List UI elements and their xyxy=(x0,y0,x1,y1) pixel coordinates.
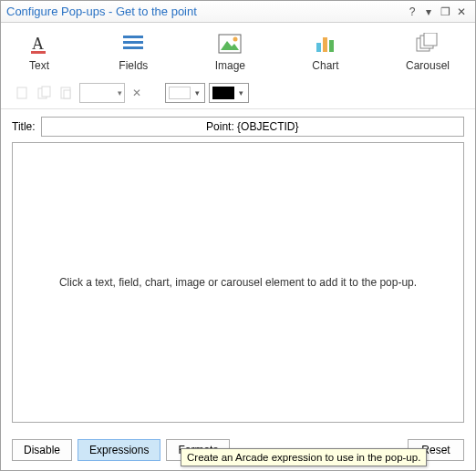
copy-icon xyxy=(36,84,54,102)
svg-rect-10 xyxy=(329,40,334,52)
chevron-down-icon: ▾ xyxy=(191,88,204,97)
svg-rect-13 xyxy=(424,33,437,46)
restore-button[interactable]: ❐ xyxy=(437,4,453,20)
svg-rect-18 xyxy=(64,90,70,98)
carousel-label: Carousel xyxy=(406,59,450,72)
titlebar: Configure Pop-ups - Get to the point ? ▾… xyxy=(1,1,475,23)
edit-toolbar: ▾ ✕ ▾ ▾ xyxy=(1,77,475,109)
text-icon: A xyxy=(26,32,52,56)
add-image-button[interactable]: Image xyxy=(215,32,245,72)
svg-rect-16 xyxy=(42,87,50,97)
svg-point-7 xyxy=(233,37,238,42)
svg-rect-9 xyxy=(323,37,327,52)
add-text-button[interactable]: A Text xyxy=(26,32,52,72)
svg-marker-6 xyxy=(221,41,239,50)
svg-text:A: A xyxy=(32,35,44,53)
image-icon xyxy=(217,32,243,56)
add-carousel-button[interactable]: Carousel xyxy=(406,32,450,72)
title-label: Title: xyxy=(12,120,36,133)
svg-rect-14 xyxy=(17,87,26,98)
expressions-tooltip: Create an Arcade expression to use in th… xyxy=(181,448,427,466)
canvas-placeholder: Click a text, field, chart, image or car… xyxy=(59,276,417,289)
svg-rect-3 xyxy=(123,41,143,44)
fields-label: Fields xyxy=(119,59,148,72)
svg-rect-1 xyxy=(31,51,46,54)
popup-canvas[interactable]: Click a text, field, chart, image or car… xyxy=(12,142,464,423)
configure-popups-window: Configure Pop-ups - Get to the point ? ▾… xyxy=(0,0,476,471)
chart-icon xyxy=(313,32,338,56)
stroke-color-picker[interactable]: ▾ xyxy=(209,83,249,103)
text-label: Text xyxy=(29,59,49,72)
fields-icon xyxy=(120,32,146,56)
disable-button[interactable]: Disable xyxy=(12,439,72,461)
close-button[interactable]: ✕ xyxy=(453,4,470,20)
add-fields-button[interactable]: Fields xyxy=(119,32,148,72)
title-row: Title: xyxy=(12,117,464,137)
chevron-down-icon: ▾ xyxy=(234,88,248,97)
chart-label: Chart xyxy=(312,59,338,72)
svg-rect-8 xyxy=(316,43,321,52)
image-label: Image xyxy=(215,59,245,72)
insert-icon xyxy=(14,84,32,102)
title-input[interactable] xyxy=(41,117,464,137)
delete-icon: ✕ xyxy=(129,85,145,101)
element-selector[interactable]: ▾ xyxy=(79,83,125,103)
content-area: Title: Click a text, field, chart, image… xyxy=(1,109,475,432)
svg-rect-4 xyxy=(123,46,143,49)
window-title: Configure Pop-ups - Get to the point xyxy=(6,5,404,18)
element-toolbar: A Text Fields Image Chart Carou xyxy=(1,23,475,77)
stroke-swatch xyxy=(212,87,234,99)
add-chart-button[interactable]: Chart xyxy=(312,32,338,72)
svg-rect-2 xyxy=(123,36,143,38)
fill-swatch xyxy=(169,87,191,99)
menu-dropdown-button[interactable]: ▾ xyxy=(420,4,437,20)
expressions-button[interactable]: Expressions xyxy=(78,439,160,461)
paste-icon xyxy=(57,84,76,102)
fill-color-picker[interactable]: ▾ xyxy=(165,83,205,103)
help-button[interactable]: ? xyxy=(404,4,420,20)
carousel-icon xyxy=(415,32,440,56)
